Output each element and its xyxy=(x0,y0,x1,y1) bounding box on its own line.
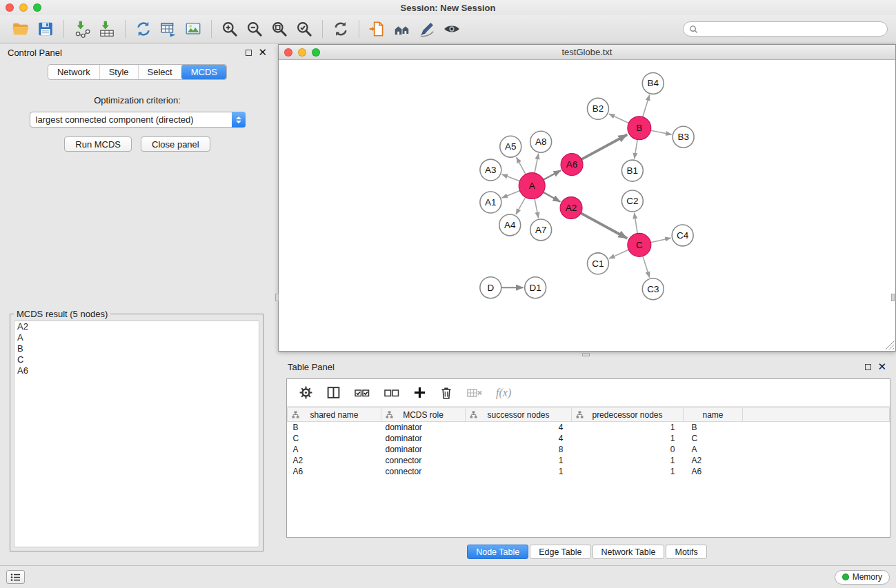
graph-node-C[interactable]: C xyxy=(628,233,651,256)
optimization-criterion-select[interactable]: largest connected component (directed) xyxy=(30,112,246,128)
table-cell[interactable]: 1 xyxy=(466,455,572,466)
table-cell[interactable]: C xyxy=(288,433,381,444)
table-cell[interactable]: A xyxy=(684,444,743,455)
open-recent-file-button[interactable] xyxy=(365,17,390,41)
graph-node-A3[interactable]: A3 xyxy=(480,159,501,181)
graph-edge-A-A5[interactable] xyxy=(517,157,526,174)
network-graph[interactable]: B4B2BB3A5A8A6A3B1AC2A1A2A4A7C4CC1DD1C3 xyxy=(279,61,895,351)
tab-network-table[interactable]: Network Table xyxy=(593,545,665,559)
zoom-selected-button[interactable] xyxy=(292,17,317,41)
splitter-grip[interactable] xyxy=(891,294,895,301)
float-panel-icon[interactable] xyxy=(246,50,252,56)
graph-node-B[interactable]: B xyxy=(628,116,651,140)
graph-node-A[interactable]: A xyxy=(519,173,545,199)
graph-node-D1[interactable]: D1 xyxy=(525,277,546,298)
table-cell[interactable]: 4 xyxy=(466,422,572,434)
table-cell[interactable]: C xyxy=(684,433,743,444)
table-cell[interactable]: 1 xyxy=(572,455,684,466)
close-window-button[interactable] xyxy=(6,3,14,12)
graph-edge-B-B2[interactable] xyxy=(609,114,629,123)
result-item[interactable]: B xyxy=(14,343,259,354)
graph-edge-B-B1[interactable] xyxy=(635,140,637,159)
save-session-button[interactable] xyxy=(33,17,58,41)
zoom-fit-button[interactable] xyxy=(267,17,292,41)
graph-edge-C-C1[interactable] xyxy=(609,250,628,258)
table-row[interactable]: A6connector11A6 xyxy=(288,466,890,477)
run-mcds-button[interactable]: Run MCDS xyxy=(64,136,132,152)
table-settings-button[interactable] xyxy=(299,385,313,400)
table-cell[interactable]: 4 xyxy=(466,433,572,444)
table-cell[interactable]: A xyxy=(288,444,381,455)
import-table-from-url-button[interactable] xyxy=(156,17,181,41)
network-from-url-button[interactable] xyxy=(131,17,156,41)
network-zoom-button[interactable] xyxy=(312,48,320,57)
result-item[interactable]: A xyxy=(14,332,259,343)
graph-edge-A-A6[interactable] xyxy=(544,170,561,179)
minimize-window-button[interactable] xyxy=(19,3,28,12)
table-cell[interactable]: A2 xyxy=(288,455,381,466)
graph-edge-A-A1[interactable] xyxy=(501,191,519,198)
graph-node-A6[interactable]: A6 xyxy=(561,154,583,176)
table-cell[interactable]: B xyxy=(684,422,743,434)
table-cell[interactable]: dominator xyxy=(381,422,466,434)
open-session-button[interactable] xyxy=(8,17,33,41)
show-columns-button[interactable] xyxy=(326,385,341,400)
splitter-grip[interactable] xyxy=(275,294,279,301)
delete-table-button[interactable] xyxy=(466,387,483,399)
close-panel-icon[interactable]: ✕ xyxy=(258,49,267,56)
graph-node-A4[interactable]: A4 xyxy=(499,214,521,236)
mcds-result-list[interactable]: A2ABCA6 xyxy=(14,321,259,547)
tab-network[interactable]: Network xyxy=(48,65,99,79)
ndex-button[interactable] xyxy=(390,17,415,41)
select-all-rows-button[interactable] xyxy=(354,387,370,399)
graph-node-B4[interactable]: B4 xyxy=(642,72,664,94)
network-canvas[interactable]: B4B2BB3A5A8A6A3B1AC2A1A2A4A7C4CC1DD1C3 xyxy=(279,61,895,351)
table-row[interactable]: A2connector11A2 xyxy=(288,455,890,466)
graph-node-C4[interactable]: C4 xyxy=(672,225,693,246)
table-cell[interactable]: 1 xyxy=(572,466,684,477)
import-table-from-file-button[interactable] xyxy=(94,17,119,41)
table-cell[interactable]: 1 xyxy=(572,422,684,434)
graph-edge-C-C2[interactable] xyxy=(635,213,638,234)
window-resize-grip[interactable] xyxy=(885,341,895,350)
network-window-titlebar[interactable]: testGlobe.txt xyxy=(279,45,895,60)
table-row[interactable]: Cdominator41C xyxy=(288,433,890,444)
table-cell[interactable]: connector xyxy=(381,466,466,477)
import-network-from-file-button[interactable] xyxy=(70,17,94,41)
zoom-out-button[interactable] xyxy=(242,17,267,41)
table-cell[interactable]: dominator xyxy=(381,444,466,455)
tab-style[interactable]: Style xyxy=(99,65,138,79)
graph-edge-C-C3[interactable] xyxy=(643,256,650,278)
network-minimize-button[interactable] xyxy=(298,48,306,57)
graph-edge-C-C4[interactable] xyxy=(650,238,670,242)
tab-select[interactable]: Select xyxy=(138,65,181,79)
graph-node-A7[interactable]: A7 xyxy=(530,219,552,241)
table-cell[interactable]: 8 xyxy=(466,444,572,455)
tab-edge-table[interactable]: Edge Table xyxy=(530,545,590,559)
tab-motifs[interactable]: Motifs xyxy=(666,545,706,559)
graph-node-A5[interactable]: A5 xyxy=(500,136,521,157)
table-cell[interactable]: A2 xyxy=(684,455,743,466)
tab-node-table[interactable]: Node Table xyxy=(467,545,528,559)
table-cell[interactable]: 1 xyxy=(466,466,572,477)
table-cell[interactable]: dominator xyxy=(381,433,466,444)
table-cell[interactable]: A6 xyxy=(684,466,743,477)
table-row[interactable]: Adominator80A xyxy=(288,444,890,455)
function-builder-button[interactable]: f(x) xyxy=(496,387,511,399)
close-panel-button[interactable]: Close panel xyxy=(141,136,210,152)
graph-edge-A-A3[interactable] xyxy=(502,174,520,181)
result-item[interactable]: A2 xyxy=(14,321,259,332)
show-graphics-details-button[interactable] xyxy=(439,17,464,41)
zoom-in-button[interactable] xyxy=(217,17,242,41)
graph-node-A2[interactable]: A2 xyxy=(560,197,582,219)
table-cell[interactable]: connector xyxy=(381,455,466,466)
zoom-window-button[interactable] xyxy=(33,3,41,12)
tab-mcds[interactable]: MCDS xyxy=(181,65,226,79)
column-header-predecessor-nodes[interactable]: predecessor nodes xyxy=(572,408,684,422)
splitter-grip[interactable] xyxy=(582,353,590,356)
column-header-successor-nodes[interactable]: successor nodes xyxy=(466,408,572,422)
graph-node-C3[interactable]: C3 xyxy=(642,278,664,300)
close-table-panel-icon[interactable]: ✕ xyxy=(877,363,886,370)
search-input[interactable] xyxy=(701,24,882,34)
graph-node-A1[interactable]: A1 xyxy=(480,192,501,213)
